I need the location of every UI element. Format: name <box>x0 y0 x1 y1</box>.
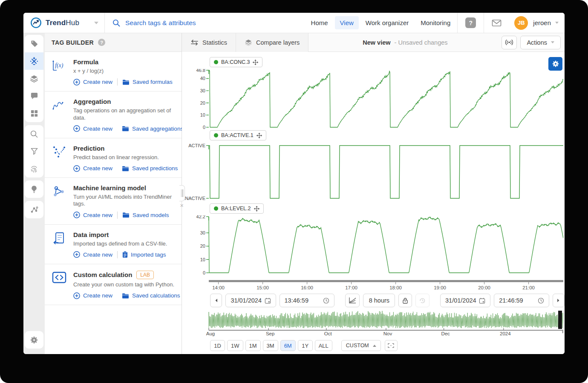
overview-plot[interactable]: AugSepOctNovDec2024 <box>182 311 563 336</box>
svg-text:20: 20 <box>200 243 205 249</box>
tag-builder-icon[interactable] <box>25 52 43 70</box>
move-icon[interactable] <box>257 133 262 138</box>
help-icon[interactable]: ? <box>465 17 476 28</box>
comment-icon[interactable] <box>25 87 43 105</box>
brand-logo[interactable]: TrendHub <box>23 17 104 29</box>
time-controls: 31/01/2024 13:46:59 8 hours <box>210 294 565 307</box>
start-time-field[interactable]: 13:46:59 <box>280 294 334 307</box>
nav-item-monitoring[interactable]: Monitoring <box>415 16 455 29</box>
nav-item-view[interactable]: View <box>335 16 359 29</box>
create-new-link[interactable]: Create new <box>73 212 112 218</box>
plus-circle-icon <box>73 125 80 132</box>
tag-chip-conc[interactable]: BA:CONC.3 <box>210 57 262 67</box>
fingerprint-icon[interactable] <box>25 160 43 177</box>
step-back-button[interactable] <box>210 294 222 307</box>
saved-predictions-link[interactable]: Saved predictions <box>122 165 178 171</box>
statistics-tab[interactable]: Statistics <box>182 33 236 52</box>
filter-icon[interactable] <box>25 143 43 160</box>
svg-text:18:00: 18:00 <box>389 285 402 290</box>
section-prediction: Prediction Predict based on linear regre… <box>45 138 182 178</box>
nav-item-work-organizer[interactable]: Work organizer <box>360 16 414 29</box>
saved-formulas-link[interactable]: Saved formulas <box>122 79 173 85</box>
broadcast-icon <box>505 39 513 46</box>
lock-duration-button[interactable] <box>398 294 412 307</box>
lightbulb-icon[interactable] <box>25 180 43 198</box>
svg-text:0: 0 <box>203 270 205 275</box>
tag-chip-active[interactable]: BA:ACTIVE.1 <box>210 130 266 140</box>
broadcast-button[interactable] <box>502 36 517 49</box>
nav-item-home[interactable]: Home <box>306 16 333 29</box>
start-date-field[interactable]: 31/01/2024 <box>225 294 276 307</box>
user-avatar[interactable]: JB <box>514 16 528 30</box>
global-search <box>105 19 306 27</box>
view-toolbar: Statistics Compare layers New view - Uns… <box>182 33 565 52</box>
zoom-1d-button[interactable]: 1D <box>210 340 225 351</box>
create-new-link[interactable]: Create new <box>73 79 112 86</box>
end-date-field[interactable]: 31/01/2024 <box>440 294 490 307</box>
actions-button[interactable]: Actions <box>520 36 561 49</box>
create-new-link[interactable]: Create new <box>73 251 112 258</box>
svg-text:16:00: 16:00 <box>301 285 313 290</box>
saved-aggregations-link[interactable]: Saved aggregations <box>122 126 183 132</box>
zoom-1m-button[interactable]: 1M <box>245 340 261 351</box>
create-new-link[interactable]: Create new <box>73 165 112 172</box>
data-import-icon <box>50 231 68 258</box>
saved-models-link[interactable]: Saved models <box>122 212 169 218</box>
network-icon[interactable] <box>25 201 43 218</box>
zoom-1y-button[interactable]: 1Y <box>298 340 313 351</box>
brand-dropdown-caret-icon[interactable] <box>94 22 98 24</box>
zoom-1w-button[interactable]: 1W <box>227 340 243 351</box>
custom-range-button[interactable]: CUSTOM <box>341 340 381 351</box>
panel-resize-handle[interactable] <box>179 185 185 201</box>
search-input[interactable] <box>125 19 270 27</box>
dashboard-icon[interactable] <box>25 105 43 122</box>
section-title: Data import <box>73 231 109 238</box>
nav-menu: Home View Work organizer Monitoring ? JB… <box>306 13 565 33</box>
move-icon[interactable] <box>253 60 258 65</box>
level-plot[interactable]: 42.23020100 <box>182 215 563 275</box>
panel-close-icon[interactable]: ✕ <box>180 203 184 209</box>
history-overview[interactable]: AugSepOctNovDec2024 <box>182 311 565 336</box>
tag-icon[interactable] <box>25 35 43 52</box>
search-icon <box>112 19 120 27</box>
mail-icon[interactable] <box>492 19 502 27</box>
move-icon[interactable] <box>254 206 259 212</box>
section-formula: f(x) Formula x + y / log(z) Create new S… <box>45 52 182 91</box>
create-new-link[interactable]: Create new <box>73 125 112 132</box>
time-axis[interactable]: 14:0015:0016:0017:0018:0019:0020:0021:00 <box>182 279 563 291</box>
lab-badge: LAB <box>136 271 154 279</box>
search-tool-icon[interactable] <box>25 125 43 143</box>
tag-builder-panel: TAG BUILDER ? f(x) Formula x + y / log(z… <box>45 33 182 354</box>
end-time-field[interactable]: 21:46:59 <box>494 294 549 307</box>
zoom-6m-button[interactable]: 6M <box>280 340 296 351</box>
folder-icon <box>122 79 130 85</box>
chart-settings-gear-icon[interactable] <box>548 57 562 71</box>
tag-chip-level[interactable]: BA:LEVEL.2 <box>210 203 264 214</box>
history-button[interactable] <box>415 294 429 307</box>
fit-range-icon[interactable] <box>385 340 398 351</box>
trend-compare-button[interactable] <box>345 294 360 307</box>
chart-area: BA:CONC.3 46.8403020100 BA:ACTIVE.1 <box>182 52 565 354</box>
main-area: Statistics Compare layers New view - Uns… <box>182 33 565 354</box>
zoom-3m-button[interactable]: 3M <box>263 340 278 351</box>
user-menu-caret-icon[interactable] <box>555 22 559 24</box>
svg-text:Oct: Oct <box>324 331 332 336</box>
svg-text:17:00: 17:00 <box>345 285 357 290</box>
panel-help-icon[interactable]: ? <box>98 39 105 46</box>
duration-field[interactable]: 8 hours <box>363 294 395 307</box>
layers-icon[interactable] <box>25 70 43 87</box>
svg-text:10: 10 <box>200 257 205 262</box>
conc-plot[interactable]: 46.8403020100 <box>182 69 563 129</box>
saved-calculations-link[interactable]: Saved calculations <box>122 292 180 299</box>
svg-text:20:00: 20:00 <box>478 285 490 290</box>
zoom-bar: 1D 1W 1M 3M 6M 1Y ALL CUSTOM <box>210 340 565 351</box>
imported-tags-link[interactable]: Imported tags <box>122 251 166 258</box>
zoom-all-button[interactable]: ALL <box>315 340 332 351</box>
active-plot[interactable]: ACTIVEINACTIVE <box>182 142 563 203</box>
trend-compare-icon <box>349 297 357 304</box>
step-forward-button[interactable] <box>553 294 565 307</box>
create-new-link[interactable]: Create new <box>73 292 112 299</box>
settings-gear-icon[interactable] <box>25 331 43 349</box>
section-description: Predict based on linear regression. <box>73 154 176 161</box>
compare-layers-tab[interactable]: Compare layers <box>236 33 308 52</box>
